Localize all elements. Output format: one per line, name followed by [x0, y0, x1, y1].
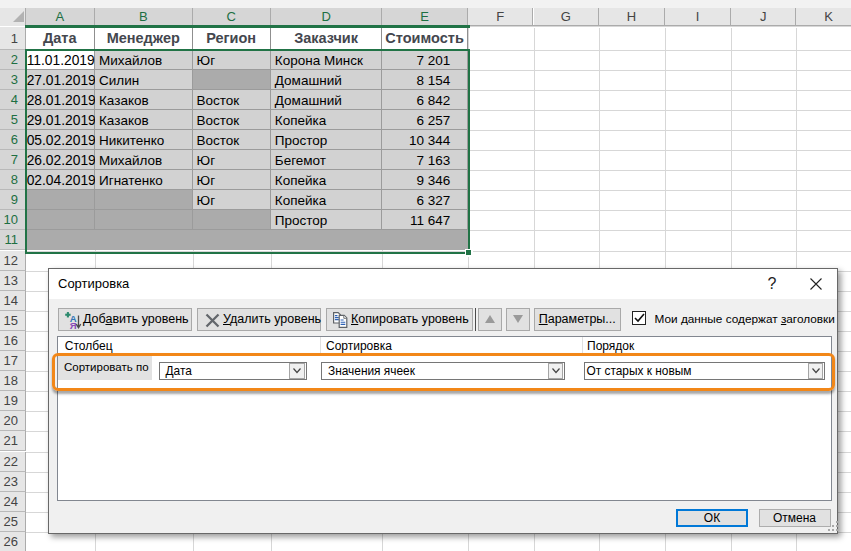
svg-text:Я: Я: [70, 320, 77, 330]
